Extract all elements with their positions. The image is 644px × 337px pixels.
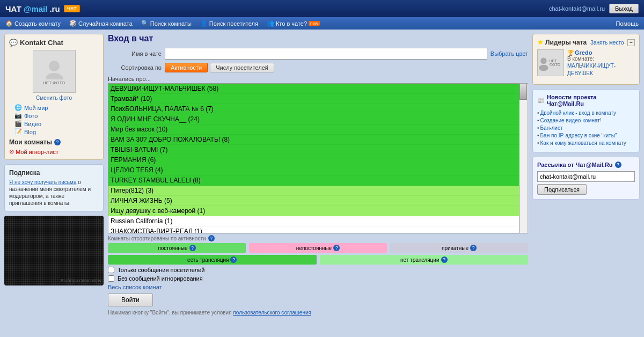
legend-temp-help[interactable]: ? — [333, 245, 340, 251]
take-place-link[interactable]: Занять место — [590, 40, 624, 46]
legend-private: приватные ? — [390, 243, 528, 253]
list-item[interactable]: Питер(812) (3) — [108, 186, 519, 196]
all-rooms-link[interactable]: Весь список комнат — [108, 284, 528, 290]
leader-info: 🏆 Gredo В комнате: МАЛЬЧИКИ-ИЩУТ-ДЕВУШЕК — [567, 49, 635, 77]
expand-icon[interactable]: − — [627, 39, 635, 46]
logo-ru: .ru — [49, 4, 60, 13]
help-link[interactable]: Помощь — [616, 20, 639, 27]
list-item: Создание видео-комнат! — [537, 118, 635, 123]
mailing-email-input[interactable] — [537, 171, 635, 182]
my-rooms-icon: ? — [54, 139, 61, 145]
leader-badge-icon: 🏆 — [567, 50, 574, 56]
start-talking-label: Начались про... — [108, 76, 528, 82]
dark-box-text: Выбери свою игру — [61, 278, 101, 283]
list-item[interactable]: Ищу девушку с веб-камерой (1) — [108, 206, 519, 216]
list-item[interactable]: Трамвай* (10) — [108, 94, 519, 104]
find-visitor-icon: 👤 — [200, 20, 208, 27]
news-item-link[interactable]: Создание видео-комнат! — [537, 118, 635, 123]
who-in-chat-icon: 👥 — [267, 20, 274, 27]
list-item[interactable]: ДЕВУШКИ-ИЩУТ-МАЛЬЧИШЕК (58) — [108, 84, 519, 94]
subnav-left: 🏠 Создать комнату 🎲 Случайная комната 🔍 … — [5, 20, 320, 27]
no-ignore-checkbox[interactable] — [108, 275, 114, 282]
choose-color-link[interactable]: Выбрать цвет — [491, 50, 528, 57]
leader-avatar: НЕТ ФОТО — [537, 49, 564, 76]
legend-private-help[interactable]: ? — [470, 245, 477, 251]
my-world-link[interactable]: 🌐 Мой мир — [14, 104, 99, 111]
list-item[interactable]: ЦЕЛУЮ ТЕБЯ (4) — [108, 165, 519, 175]
list-item[interactable]: Я ОДИН МНЕ СКУЧНА__ (24) — [108, 114, 519, 124]
leaders-header: ★ Лидеры чата Занять место − — [537, 39, 635, 46]
svg-point-1 — [46, 73, 63, 79]
list-item[interactable]: Russian California (1) — [108, 216, 519, 226]
main-layout: 💬 Kontakt Chat НЕТ ФОТО Сменить фото 🌐 М… — [0, 30, 644, 330]
checkbox-visitors-row: Только сообщения посетителей — [108, 267, 528, 273]
legend-broadcast-help[interactable]: ? — [230, 257, 237, 263]
chat-list-scroll: ДЕВУШКИ-ИЩУТ-МАЛЬЧИШЕК (58)Трамвай* (10)… — [108, 83, 528, 233]
kontakt-chat-box: 💬 Kontakt Chat НЕТ ФОТО Сменить фото 🌐 М… — [4, 34, 104, 160]
subnav: 🏠 Создать комнату 🎲 Случайная комната 🔍 … — [0, 17, 644, 30]
subscription-link[interactable]: Я не хочу получать письма — [9, 179, 76, 185]
avatar: НЕТ ФОТО — [33, 50, 76, 93]
leaders-box: ★ Лидеры чата Занять место − НЕТ ФОТО 🏆 … — [532, 34, 640, 85]
mailing-box: Рассылка от Чат@Mail.Ru ? Подписаться — [532, 157, 640, 200]
news-item-link[interactable]: Двойной клик - вход в комнату — [537, 110, 635, 116]
list-item[interactable]: ГЕРМАНИЯ (6) — [108, 155, 519, 165]
news-icon: 📰 — [537, 97, 545, 104]
news-item-link[interactable]: Бан-лист — [537, 125, 635, 131]
sorted-help-icon[interactable]: ? — [208, 235, 215, 241]
right-sidebar: ★ Лидеры чата Занять место − НЕТ ФОТО 🏆 … — [532, 34, 640, 326]
sort-activity-btn[interactable]: Активности — [165, 63, 208, 72]
enter-button[interactable]: Войти — [108, 294, 153, 306]
legend-permanent-help[interactable]: ? — [189, 245, 196, 251]
find-room-link[interactable]: 🔍 Поиск комнаты — [141, 20, 192, 27]
svg-point-3 — [539, 65, 548, 71]
my-rooms-section: Мои комнаты ? — [9, 138, 99, 146]
photo-icon: 📷 — [14, 112, 22, 119]
user-email: chat-kontakt@mail.ru — [549, 5, 605, 12]
subscribe-button[interactable]: Подписаться — [537, 184, 587, 195]
terms-link[interactable]: пользовательского соглашения — [233, 310, 311, 316]
visitors-only-checkbox[interactable] — [108, 267, 114, 273]
random-room-link[interactable]: 🎲 Случайная комната — [69, 20, 133, 27]
sort-visitors-btn[interactable]: Числу посетителей — [210, 63, 274, 72]
subscription-title: Подписка — [9, 169, 99, 177]
ignore-icon: ⊘ — [9, 148, 14, 155]
legend-broadcast: есть трансляция ? — [108, 255, 317, 265]
list-item[interactable]: Мир без масок (10) — [108, 124, 519, 135]
list-item[interactable]: TBILISI-BATUMI (7) — [108, 145, 519, 155]
list-item[interactable]: ЗНАКОМСТВА-ВИРТ-РЕАЛ (1) — [108, 226, 519, 233]
news-box: 📰 Новости проекта Чат@Mail.Ru Двойной кл… — [532, 89, 640, 152]
video-link[interactable]: 🎬 Видео — [14, 120, 99, 127]
ignore-list-link[interactable]: ⊘ Мой игнор-лист — [9, 148, 99, 155]
name-input[interactable] — [165, 48, 487, 60]
page-title: Вход в чат — [108, 34, 528, 43]
random-room-icon: 🎲 — [69, 20, 77, 27]
list-item[interactable]: ПсихБОЛЬНИЦА, ПАЛАТА № 6 (7) — [108, 104, 519, 114]
legend-row-1: постоянные ? непостоянные ? приватные ? — [108, 243, 528, 253]
find-visitor-link[interactable]: 👤 Поиск посетителя — [200, 20, 258, 27]
enter-btn-row: Войти — [108, 294, 528, 310]
list-item: Бан-лист — [537, 125, 635, 131]
photo-link[interactable]: 📷 Фото — [14, 112, 99, 119]
mailing-info-icon[interactable]: ? — [615, 162, 621, 168]
leader-room-link[interactable]: МАЛЬЧИКИ-ИЩУТ-ДЕВУШЕК — [567, 63, 616, 76]
avatar-area: НЕТ ФОТО Сменить фото — [9, 50, 99, 101]
list-item[interactable]: TURKEY STAMBUL LALELI (8) — [108, 175, 519, 186]
blog-link[interactable]: 📝 Blog — [14, 128, 99, 135]
news-item-link[interactable]: Как и кому жаловаться на комнату — [537, 140, 635, 146]
subscription-text: Я не хочу получать письма о назначении м… — [9, 179, 99, 207]
list-item[interactable]: ЛИЧНАЯ ЖИЗНЬ (5) — [108, 196, 519, 206]
legend-no-broadcast-help[interactable]: ? — [441, 257, 448, 263]
list-item[interactable]: ВАМ ЗА 30? ДОБРО ПОЖАЛОВАТЬ! (8) — [108, 135, 519, 145]
who-in-chat-link[interactable]: 👥 Кто в чате? new — [267, 20, 320, 27]
change-photo-link[interactable]: Сменить фото — [36, 95, 72, 101]
news-list: Двойной клик - вход в комнатуСоздание ви… — [537, 110, 635, 146]
news-item-link[interactable]: Бан по IP-адресу в окне "киты" — [537, 133, 635, 138]
logo: ЧАТ @mail .ru ЧАТ — [5, 4, 80, 13]
svg-point-2 — [540, 58, 547, 64]
chat-list[interactable]: ДЕВУШКИ-ИЩУТ-МАЛЬЧИШЕК (58)Трамвай* (10)… — [108, 83, 519, 233]
create-room-link[interactable]: 🏠 Создать комнату — [5, 20, 61, 27]
my-world-icon: 🌐 — [14, 104, 22, 111]
scrollbar[interactable] — [519, 83, 528, 233]
exit-button[interactable]: Выход — [609, 4, 639, 13]
